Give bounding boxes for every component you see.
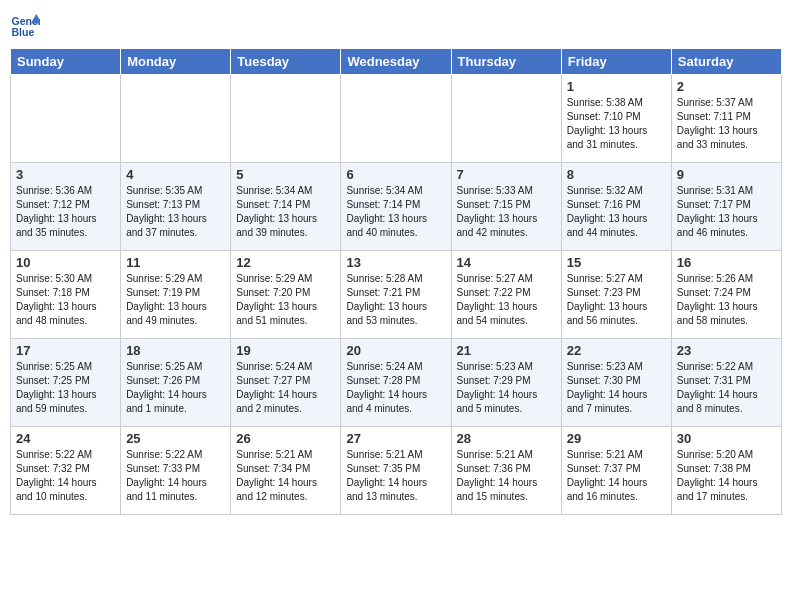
column-header-monday: Monday [121,49,231,75]
calendar-cell: 4Sunrise: 5:35 AM Sunset: 7:13 PM Daylig… [121,163,231,251]
calendar-cell: 27Sunrise: 5:21 AM Sunset: 7:35 PM Dayli… [341,427,451,515]
day-number: 6 [346,167,445,182]
day-info: Sunrise: 5:23 AM Sunset: 7:29 PM Dayligh… [457,360,556,416]
calendar-cell: 17Sunrise: 5:25 AM Sunset: 7:25 PM Dayli… [11,339,121,427]
calendar-cell: 1Sunrise: 5:38 AM Sunset: 7:10 PM Daylig… [561,75,671,163]
day-number: 4 [126,167,225,182]
day-info: Sunrise: 5:25 AM Sunset: 7:26 PM Dayligh… [126,360,225,416]
day-info: Sunrise: 5:22 AM Sunset: 7:33 PM Dayligh… [126,448,225,504]
day-info: Sunrise: 5:34 AM Sunset: 7:14 PM Dayligh… [236,184,335,240]
column-header-sunday: Sunday [11,49,121,75]
calendar-cell [11,75,121,163]
day-number: 28 [457,431,556,446]
day-info: Sunrise: 5:27 AM Sunset: 7:23 PM Dayligh… [567,272,666,328]
calendar-cell: 10Sunrise: 5:30 AM Sunset: 7:18 PM Dayli… [11,251,121,339]
day-info: Sunrise: 5:21 AM Sunset: 7:37 PM Dayligh… [567,448,666,504]
calendar-cell: 15Sunrise: 5:27 AM Sunset: 7:23 PM Dayli… [561,251,671,339]
calendar-cell [451,75,561,163]
calendar-cell: 14Sunrise: 5:27 AM Sunset: 7:22 PM Dayli… [451,251,561,339]
day-number: 27 [346,431,445,446]
calendar-cell: 5Sunrise: 5:34 AM Sunset: 7:14 PM Daylig… [231,163,341,251]
calendar-cell: 9Sunrise: 5:31 AM Sunset: 7:17 PM Daylig… [671,163,781,251]
day-info: Sunrise: 5:27 AM Sunset: 7:22 PM Dayligh… [457,272,556,328]
day-number: 1 [567,79,666,94]
day-info: Sunrise: 5:38 AM Sunset: 7:10 PM Dayligh… [567,96,666,152]
day-info: Sunrise: 5:25 AM Sunset: 7:25 PM Dayligh… [16,360,115,416]
day-info: Sunrise: 5:31 AM Sunset: 7:17 PM Dayligh… [677,184,776,240]
day-info: Sunrise: 5:20 AM Sunset: 7:38 PM Dayligh… [677,448,776,504]
day-number: 22 [567,343,666,358]
day-info: Sunrise: 5:29 AM Sunset: 7:19 PM Dayligh… [126,272,225,328]
day-info: Sunrise: 5:35 AM Sunset: 7:13 PM Dayligh… [126,184,225,240]
calendar-cell [231,75,341,163]
calendar-cell: 22Sunrise: 5:23 AM Sunset: 7:30 PM Dayli… [561,339,671,427]
column-header-tuesday: Tuesday [231,49,341,75]
day-info: Sunrise: 5:37 AM Sunset: 7:11 PM Dayligh… [677,96,776,152]
day-number: 8 [567,167,666,182]
day-number: 13 [346,255,445,270]
day-info: Sunrise: 5:29 AM Sunset: 7:20 PM Dayligh… [236,272,335,328]
calendar-cell: 13Sunrise: 5:28 AM Sunset: 7:21 PM Dayli… [341,251,451,339]
calendar-cell: 6Sunrise: 5:34 AM Sunset: 7:14 PM Daylig… [341,163,451,251]
calendar-cell: 2Sunrise: 5:37 AM Sunset: 7:11 PM Daylig… [671,75,781,163]
column-header-saturday: Saturday [671,49,781,75]
day-number: 23 [677,343,776,358]
day-number: 9 [677,167,776,182]
day-number: 20 [346,343,445,358]
day-info: Sunrise: 5:33 AM Sunset: 7:15 PM Dayligh… [457,184,556,240]
day-info: Sunrise: 5:21 AM Sunset: 7:36 PM Dayligh… [457,448,556,504]
calendar-cell: 11Sunrise: 5:29 AM Sunset: 7:19 PM Dayli… [121,251,231,339]
calendar-week-row: 10Sunrise: 5:30 AM Sunset: 7:18 PM Dayli… [11,251,782,339]
calendar-cell: 25Sunrise: 5:22 AM Sunset: 7:33 PM Dayli… [121,427,231,515]
calendar-cell: 8Sunrise: 5:32 AM Sunset: 7:16 PM Daylig… [561,163,671,251]
day-number: 5 [236,167,335,182]
day-number: 14 [457,255,556,270]
day-number: 17 [16,343,115,358]
day-number: 10 [16,255,115,270]
calendar-cell: 29Sunrise: 5:21 AM Sunset: 7:37 PM Dayli… [561,427,671,515]
calendar-cell: 21Sunrise: 5:23 AM Sunset: 7:29 PM Dayli… [451,339,561,427]
svg-text:Blue: Blue [12,26,35,38]
day-number: 3 [16,167,115,182]
day-info: Sunrise: 5:22 AM Sunset: 7:31 PM Dayligh… [677,360,776,416]
day-info: Sunrise: 5:32 AM Sunset: 7:16 PM Dayligh… [567,184,666,240]
calendar-week-row: 1Sunrise: 5:38 AM Sunset: 7:10 PM Daylig… [11,75,782,163]
day-number: 18 [126,343,225,358]
day-number: 25 [126,431,225,446]
day-number: 12 [236,255,335,270]
calendar-week-row: 3Sunrise: 5:36 AM Sunset: 7:12 PM Daylig… [11,163,782,251]
day-number: 2 [677,79,776,94]
logo-icon: General Blue [10,10,40,40]
day-info: Sunrise: 5:34 AM Sunset: 7:14 PM Dayligh… [346,184,445,240]
day-info: Sunrise: 5:21 AM Sunset: 7:34 PM Dayligh… [236,448,335,504]
calendar-cell [121,75,231,163]
calendar-cell: 3Sunrise: 5:36 AM Sunset: 7:12 PM Daylig… [11,163,121,251]
day-info: Sunrise: 5:23 AM Sunset: 7:30 PM Dayligh… [567,360,666,416]
calendar-cell: 24Sunrise: 5:22 AM Sunset: 7:32 PM Dayli… [11,427,121,515]
day-info: Sunrise: 5:24 AM Sunset: 7:28 PM Dayligh… [346,360,445,416]
column-header-thursday: Thursday [451,49,561,75]
calendar-cell [341,75,451,163]
day-number: 21 [457,343,556,358]
day-number: 24 [16,431,115,446]
calendar-cell: 12Sunrise: 5:29 AM Sunset: 7:20 PM Dayli… [231,251,341,339]
calendar-cell: 23Sunrise: 5:22 AM Sunset: 7:31 PM Dayli… [671,339,781,427]
page-header: General Blue [10,10,782,40]
calendar-cell: 28Sunrise: 5:21 AM Sunset: 7:36 PM Dayli… [451,427,561,515]
day-number: 30 [677,431,776,446]
calendar-cell: 19Sunrise: 5:24 AM Sunset: 7:27 PM Dayli… [231,339,341,427]
day-info: Sunrise: 5:30 AM Sunset: 7:18 PM Dayligh… [16,272,115,328]
day-number: 15 [567,255,666,270]
day-info: Sunrise: 5:26 AM Sunset: 7:24 PM Dayligh… [677,272,776,328]
calendar-cell: 20Sunrise: 5:24 AM Sunset: 7:28 PM Dayli… [341,339,451,427]
day-number: 7 [457,167,556,182]
day-number: 29 [567,431,666,446]
calendar-cell: 18Sunrise: 5:25 AM Sunset: 7:26 PM Dayli… [121,339,231,427]
calendar-week-row: 17Sunrise: 5:25 AM Sunset: 7:25 PM Dayli… [11,339,782,427]
day-info: Sunrise: 5:28 AM Sunset: 7:21 PM Dayligh… [346,272,445,328]
day-info: Sunrise: 5:21 AM Sunset: 7:35 PM Dayligh… [346,448,445,504]
logo: General Blue [10,10,44,40]
day-number: 16 [677,255,776,270]
calendar-cell: 30Sunrise: 5:20 AM Sunset: 7:38 PM Dayli… [671,427,781,515]
calendar-week-row: 24Sunrise: 5:22 AM Sunset: 7:32 PM Dayli… [11,427,782,515]
